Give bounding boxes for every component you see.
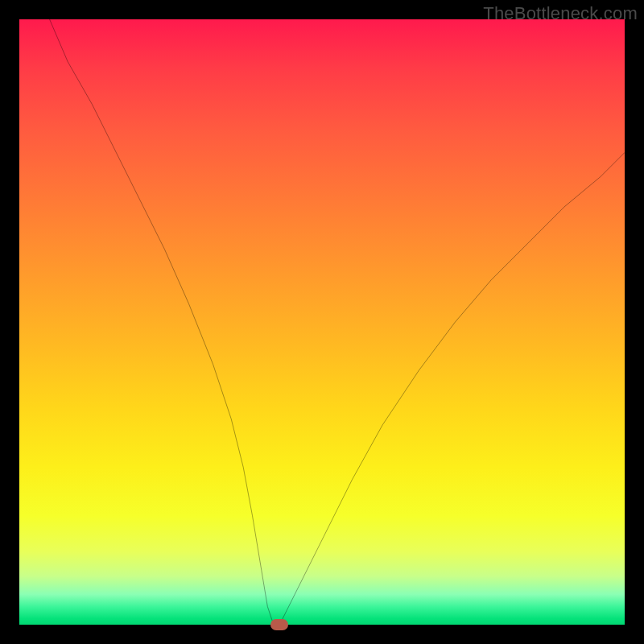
bottleneck-curve bbox=[19, 19, 625, 625]
minimum-marker bbox=[270, 619, 288, 630]
chart-frame: TheBottleneck.com bbox=[0, 0, 644, 644]
watermark-text: TheBottleneck.com bbox=[483, 3, 638, 24]
plot-area bbox=[19, 19, 625, 625]
